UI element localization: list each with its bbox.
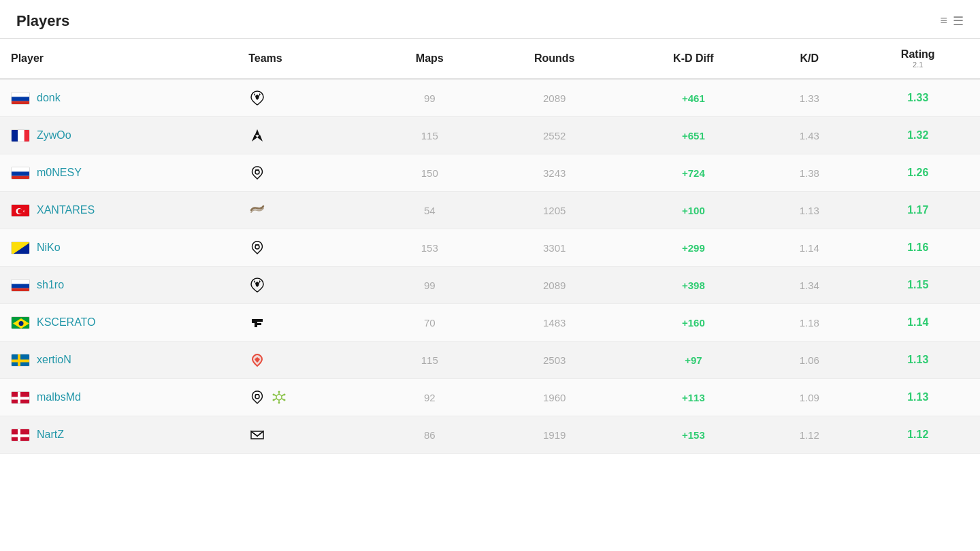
rounds-value: 2089 <box>485 79 624 117</box>
team-logo-icon <box>248 89 266 107</box>
rating-value: 1.32 <box>856 117 981 154</box>
team-logo-icon <box>248 351 266 369</box>
team-logo-icon <box>248 426 266 444</box>
table-row: NiKo 1533301+2991.141.16 <box>0 229 980 267</box>
player-cell: KSCERATO <box>0 304 238 341</box>
player-info: NartZ <box>11 429 227 441</box>
player-cell: NartZ <box>0 416 238 454</box>
player-name[interactable]: xertioN <box>37 354 71 366</box>
svg-point-31 <box>278 391 280 393</box>
maps-value: 99 <box>374 79 485 117</box>
player-flag <box>11 167 30 180</box>
table-row: donk 992089+4611.331.33 <box>0 79 980 117</box>
col-header-kd-diff: K-D Diff <box>624 39 763 79</box>
team-logo-icon <box>248 201 266 219</box>
player-name[interactable]: XANTARES <box>37 204 95 216</box>
kd-diff-value: +299 <box>624 229 763 267</box>
player-name[interactable]: KSCERATO <box>37 316 96 329</box>
rating-value: 1.16 <box>856 229 981 267</box>
teams-cell <box>238 304 374 341</box>
compact-view-icon[interactable]: ≡ <box>940 14 947 29</box>
teams-list <box>248 314 363 331</box>
teams-cell <box>238 229 374 267</box>
player-cell: donk <box>0 79 238 117</box>
kd-value: 1.43 <box>763 117 856 154</box>
svg-point-34 <box>284 399 286 401</box>
kd-value: 1.18 <box>763 304 856 341</box>
kd-diff-value: +160 <box>624 304 763 341</box>
table-row: ZywOo 1152552+6511.431.32 <box>0 117 980 154</box>
svg-rect-1 <box>12 97 30 101</box>
kd-value: 1.38 <box>763 154 856 192</box>
rating-value: 1.13 <box>856 341 981 379</box>
kd-value: 1.09 <box>763 379 856 416</box>
teams-cell <box>238 154 374 192</box>
table-row: XANTARES 541205+1001.131.17 <box>0 192 980 229</box>
maps-value: 54 <box>374 192 485 229</box>
rounds-value: 2552 <box>485 117 624 154</box>
teams-list <box>248 239 363 256</box>
player-cell: NiKo <box>0 229 238 267</box>
teams-list <box>248 388 363 406</box>
maps-value: 92 <box>374 379 485 416</box>
maps-value: 86 <box>374 416 485 454</box>
teams-cell <box>238 379 374 416</box>
player-cell: malbsMd <box>0 379 238 416</box>
kd-value: 1.06 <box>763 341 856 379</box>
player-name[interactable]: malbsMd <box>37 391 81 403</box>
player-info: XANTARES <box>11 204 227 217</box>
table-header-row: Player Teams Maps Rounds K-D Diff K/D Ra… <box>0 39 980 79</box>
maps-value: 115 <box>374 341 485 379</box>
player-info: ZywOo <box>11 129 227 142</box>
svg-rect-28 <box>12 397 30 399</box>
teams-list <box>248 89 363 107</box>
teams-cell <box>238 416 374 454</box>
teams-cell <box>238 117 374 154</box>
player-flag <box>11 429 30 441</box>
kd-diff-value: +724 <box>624 154 763 192</box>
player-name[interactable]: m0NESY <box>37 167 82 179</box>
svg-rect-18 <box>12 284 30 288</box>
maps-value: 153 <box>374 229 485 267</box>
maps-value: 115 <box>374 117 485 154</box>
svg-point-16 <box>255 245 259 249</box>
svg-rect-8 <box>12 176 30 179</box>
svg-point-29 <box>255 395 259 399</box>
expanded-view-icon[interactable]: ☰ <box>953 14 964 29</box>
svg-rect-3 <box>12 130 18 142</box>
team-logo-icon <box>248 388 266 406</box>
player-name[interactable]: donk <box>37 92 61 104</box>
team-logo-icon <box>248 127 266 144</box>
maps-value: 150 <box>374 154 485 192</box>
player-flag <box>11 241 30 254</box>
rating-value: 1.14 <box>856 304 981 341</box>
teams-list <box>248 426 363 444</box>
player-name[interactable]: ZywOo <box>37 129 71 141</box>
table-row: malbsMd 921960+1131.091.13 <box>0 379 980 416</box>
teams-cell <box>238 192 374 229</box>
svg-point-35 <box>273 399 275 401</box>
kd-diff-value: +100 <box>624 192 763 229</box>
rating-value: 1.13 <box>856 379 981 416</box>
player-name[interactable]: NartZ <box>37 429 64 441</box>
player-cell: ZywOo <box>0 117 238 154</box>
team-logo-icon <box>248 239 266 256</box>
svg-rect-2 <box>12 101 30 104</box>
player-flag <box>11 316 30 329</box>
rating-value: 1.12 <box>856 416 981 454</box>
player-cell: m0NESY <box>0 154 238 192</box>
teams-list <box>248 351 363 369</box>
player-name[interactable]: NiKo <box>37 241 61 254</box>
table-row: KSCERATO 701483+1601.181.14 <box>0 304 980 341</box>
player-info: xertioN <box>11 354 227 367</box>
teams-cell <box>238 341 374 379</box>
player-name[interactable]: sh1ro <box>37 279 64 291</box>
rating-value: 1.33 <box>856 79 981 117</box>
svg-rect-25 <box>12 359 30 362</box>
svg-point-36 <box>284 394 286 396</box>
kd-diff-value: +97 <box>624 341 763 379</box>
players-table: Player Teams Maps Rounds K-D Diff K/D Ra… <box>0 39 980 454</box>
table-row: NartZ 861919+1531.121.12 <box>0 416 980 454</box>
svg-rect-7 <box>12 171 30 176</box>
player-info: NiKo <box>11 241 227 254</box>
